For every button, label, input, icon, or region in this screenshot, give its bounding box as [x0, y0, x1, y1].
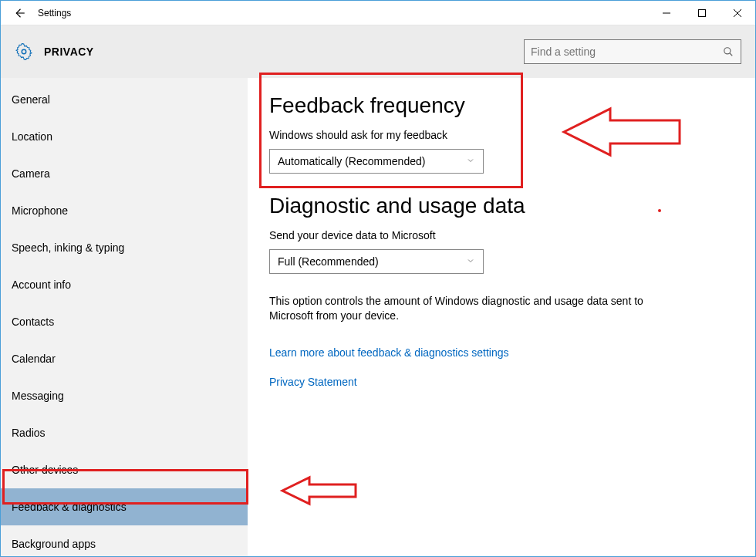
- section-feedback-frequency-title: Feedback frequency: [269, 93, 734, 118]
- dropdown-value: Full (Recommended): [278, 255, 379, 268]
- minimize-icon: [663, 9, 670, 17]
- diagnostic-label: Send your device data to Microsoft: [269, 229, 734, 241]
- sidebar-item-label: Messaging: [12, 390, 64, 402]
- feedback-frequency-label: Windows should ask for my feedback: [269, 129, 734, 141]
- search-icon: [722, 46, 734, 58]
- sidebar-item-microphone[interactable]: Microphone: [1, 192, 248, 229]
- sidebar-item-label: Other devices: [12, 464, 78, 476]
- sidebar-item-speech[interactable]: Speech, inking & typing: [1, 229, 248, 266]
- diagnostic-description: This option controls the amount of Windo…: [269, 294, 670, 323]
- gear-icon: [15, 42, 33, 61]
- window-title: Settings: [38, 8, 71, 19]
- svg-point-4: [22, 49, 26, 54]
- sidebar-item-label: Speech, inking & typing: [12, 241, 124, 254]
- svg-point-5: [724, 48, 731, 54]
- diagnostic-dropdown[interactable]: Full (Recommended): [269, 249, 484, 274]
- sidebar-item-label: Account info: [12, 278, 71, 291]
- search-input[interactable]: [531, 46, 722, 58]
- section-diagnostic-title: Diagnostic and usage data: [269, 194, 734, 218]
- sidebar-item-label: Location: [12, 130, 52, 143]
- sidebar-item-label: Camera: [12, 167, 50, 180]
- sidebar-item-label: Calendar: [12, 353, 56, 365]
- learn-more-link[interactable]: Learn more about feedback & diagnostics …: [269, 346, 734, 359]
- settings-window: Settings PRIVACY: [0, 0, 756, 557]
- body: General Location Camera Microphone Speec…: [1, 78, 755, 556]
- search-box[interactable]: [524, 39, 741, 64]
- sidebar-item-account-info[interactable]: Account info: [1, 266, 248, 303]
- back-button[interactable]: [1, 1, 38, 25]
- sidebar-item-feedback-diagnostics[interactable]: Feedback & diagnostics: [1, 488, 248, 525]
- sidebar-item-label: General: [12, 93, 50, 106]
- minimize-button[interactable]: [649, 1, 684, 25]
- titlebar: Settings: [1, 1, 755, 25]
- close-icon: [734, 9, 741, 17]
- close-button[interactable]: [720, 1, 755, 25]
- svg-rect-1: [699, 9, 706, 16]
- sidebar-item-location[interactable]: Location: [1, 118, 248, 155]
- sidebar-item-other-devices[interactable]: Other devices: [1, 451, 248, 488]
- sidebar-item-general[interactable]: General: [1, 81, 248, 118]
- maximize-icon: [698, 9, 706, 17]
- dropdown-value: Automatically (Recommended): [278, 155, 425, 167]
- maximize-button[interactable]: [684, 1, 720, 25]
- sidebar: General Location Camera Microphone Speec…: [1, 78, 248, 556]
- chevron-down-icon: [466, 255, 475, 268]
- privacy-statement-link[interactable]: Privacy Statement: [269, 376, 734, 388]
- sidebar-item-label: Background apps: [12, 538, 96, 550]
- chevron-down-icon: [466, 155, 475, 167]
- sidebar-item-label: Feedback & diagnostics: [12, 501, 127, 513]
- window-controls: [649, 1, 755, 25]
- sidebar-item-label: Contacts: [12, 316, 54, 328]
- sidebar-item-background-apps[interactable]: Background apps: [1, 525, 248, 556]
- feedback-frequency-dropdown[interactable]: Automatically (Recommended): [269, 149, 484, 174]
- sidebar-item-label: Radios: [12, 427, 46, 439]
- sidebar-item-camera[interactable]: Camera: [1, 155, 248, 192]
- page-title: PRIVACY: [44, 46, 94, 58]
- sidebar-item-label: Microphone: [12, 204, 68, 217]
- sidebar-item-radios[interactable]: Radios: [1, 414, 248, 451]
- header-band: PRIVACY: [1, 25, 755, 78]
- content-pane: Feedback frequency Windows should ask fo…: [248, 78, 755, 556]
- svg-line-6: [730, 53, 733, 56]
- sidebar-item-contacts[interactable]: Contacts: [1, 303, 248, 340]
- sidebar-item-messaging[interactable]: Messaging: [1, 377, 248, 414]
- sidebar-item-calendar[interactable]: Calendar: [1, 340, 248, 377]
- back-arrow-icon: [12, 6, 26, 20]
